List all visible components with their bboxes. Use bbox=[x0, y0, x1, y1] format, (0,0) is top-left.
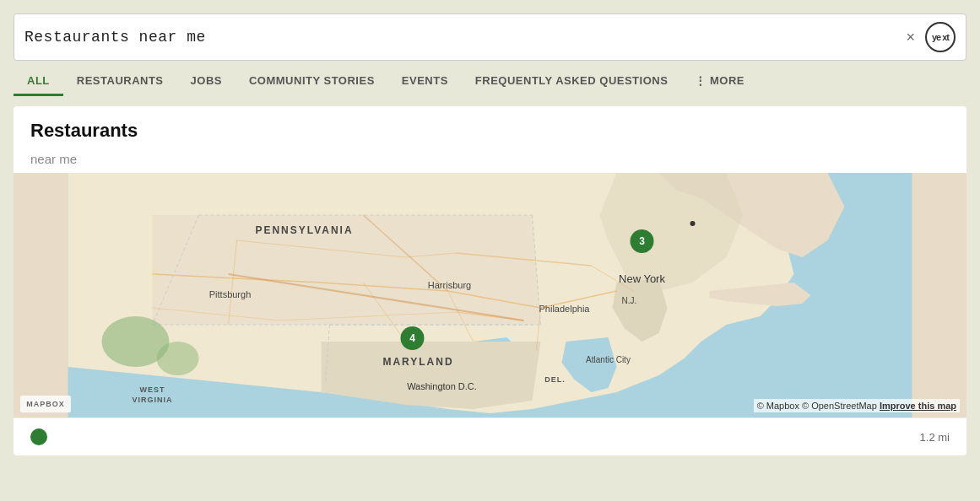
map-container[interactable]: PENNSYLVANIA New York Pittsburgh Harrisb… bbox=[14, 173, 966, 418]
map-attribution: © Mapbox © OpenStreetMap Improve this ma… bbox=[754, 399, 960, 412]
label-wv: WEST bbox=[140, 385, 165, 394]
avatar[interactable]: ye xt bbox=[925, 22, 956, 52]
results-header: Restaurants bbox=[14, 106, 966, 148]
label-atlantic-city: Atlantic City bbox=[586, 355, 631, 364]
top-area: Restaurants near me × ye xt ALL RESTAURA… bbox=[0, 0, 980, 96]
tab-all[interactable]: ALL bbox=[14, 67, 63, 96]
svg-point-34 bbox=[157, 342, 199, 375]
tab-events[interactable]: EVENTS bbox=[388, 67, 462, 96]
svg-text:4: 4 bbox=[409, 332, 415, 344]
label-washington: Washington D.C. bbox=[407, 381, 477, 391]
tab-community-stories[interactable]: COMMUNITY STORIES bbox=[236, 67, 388, 96]
map-svg: PENNSYLVANIA New York Pittsburgh Harrisb… bbox=[14, 173, 966, 418]
map-pin-3[interactable]: 3 bbox=[631, 229, 654, 253]
label-virginia: VIRGINIA bbox=[132, 396, 172, 404]
attribution-osm: © OpenStreetMap bbox=[802, 401, 877, 411]
clear-button[interactable]: × bbox=[906, 30, 915, 45]
result-green-dot bbox=[30, 428, 47, 445]
results-card: Restaurants near me bbox=[14, 106, 966, 455]
label-maryland: MARYLAND bbox=[382, 356, 453, 368]
main-content: Restaurants near me bbox=[0, 96, 980, 466]
nav-tabs: ALL RESTAURANTS JOBS COMMUNITY STORIES E… bbox=[14, 61, 966, 96]
attribution-mapbox: © Mapbox bbox=[757, 401, 799, 411]
label-pittsburgh: Pittsburgh bbox=[209, 289, 252, 299]
label-pennsylvania: PENNSYLVANIA bbox=[255, 224, 353, 236]
tab-more[interactable]: ⋮ MORE bbox=[681, 67, 758, 96]
improve-map-link[interactable]: Improve this map bbox=[880, 401, 956, 411]
tab-faq[interactable]: FREQUENTLY ASKED QUESTIONS bbox=[462, 67, 682, 96]
tab-restaurants[interactable]: RESTAURANTS bbox=[63, 67, 177, 96]
tab-jobs[interactable]: JOBS bbox=[177, 67, 236, 96]
label-del: DEL. bbox=[544, 375, 566, 384]
label-new-york: New York bbox=[619, 272, 665, 285]
svg-point-35 bbox=[690, 221, 696, 226]
result-distance: 1.2 mi bbox=[920, 431, 950, 444]
label-harrisburg: Harrisburg bbox=[428, 280, 471, 290]
svg-text:3: 3 bbox=[639, 235, 645, 247]
results-subtitle: near me bbox=[14, 148, 966, 173]
mapbox-logo: mapbox bbox=[20, 396, 71, 412]
search-bar: Restaurants near me × ye xt bbox=[14, 13, 966, 61]
map-pin-4[interactable]: 4 bbox=[401, 326, 425, 350]
search-input[interactable]: Restaurants near me bbox=[24, 29, 906, 46]
label-philadelphia: Philadelphia bbox=[539, 304, 591, 314]
result-item[interactable]: 1.2 mi bbox=[14, 418, 966, 455]
label-nj: N.J. bbox=[622, 296, 637, 305]
results-title: Restaurants bbox=[30, 120, 950, 142]
